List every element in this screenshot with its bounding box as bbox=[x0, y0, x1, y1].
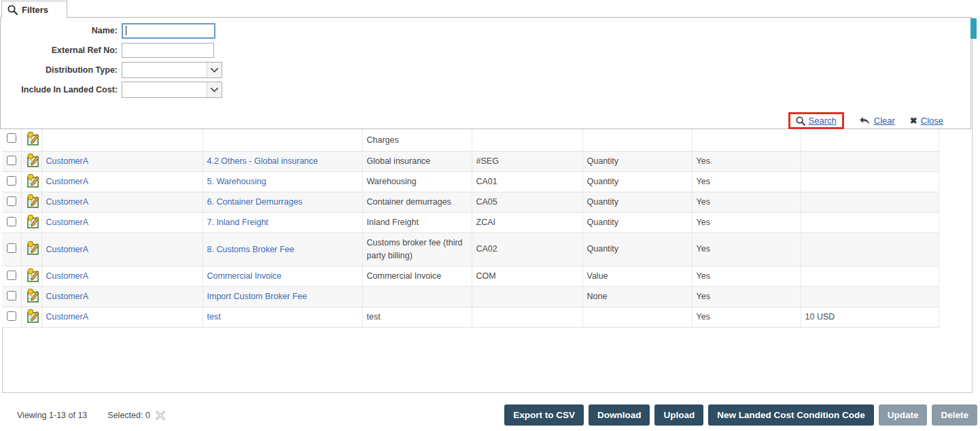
include-in-landed-cost-cell: Yes bbox=[697, 197, 710, 207]
customer-link[interactable]: CustomerA bbox=[46, 218, 89, 227]
include-in-landed-cost-cell: Yes bbox=[697, 156, 710, 166]
tab-filters-label: Filters bbox=[22, 5, 48, 15]
edit-record-icon bbox=[26, 268, 40, 283]
footer-bar: Viewing 1-13 of 13 Selected: 0 Export to… bbox=[0, 393, 980, 431]
row-checkbox[interactable] bbox=[7, 245, 16, 253]
include-in-landed-cost-select[interactable] bbox=[122, 82, 222, 98]
close-button[interactable]: ✖ Close bbox=[910, 116, 943, 126]
condition-code-link[interactable]: 6. Container Demurrages bbox=[207, 197, 302, 207]
customer-link[interactable]: CustomerA bbox=[46, 271, 89, 281]
customer-link[interactable]: CustomerA bbox=[46, 312, 89, 322]
customer-link[interactable]: CustomerA bbox=[46, 177, 89, 186]
upload-button[interactable]: Upload bbox=[654, 404, 703, 426]
search-icon bbox=[7, 5, 18, 15]
type-cell: None bbox=[587, 292, 608, 301]
include-in-landed-cost-cell: Yes bbox=[697, 177, 710, 186]
table-row: CustomerAtesttestYes10 USD bbox=[2, 307, 939, 327]
name-input[interactable] bbox=[122, 23, 215, 39]
row-checkbox[interactable] bbox=[7, 158, 16, 165]
condition-code-link[interactable]: 7. Inland Freight bbox=[207, 218, 268, 227]
vertical-scrollbar-thumb[interactable] bbox=[970, 18, 977, 39]
search-highlight-box: Search bbox=[788, 112, 844, 129]
type-cell: Quantity bbox=[587, 218, 619, 227]
export-to-csv-button[interactable]: Export to CSV bbox=[504, 404, 584, 426]
row-checkbox[interactable] bbox=[7, 135, 16, 143]
row-checkbox[interactable] bbox=[7, 178, 16, 186]
condition-code-link[interactable]: test bbox=[207, 312, 221, 322]
description-cell: Commercial Invoice bbox=[367, 271, 442, 281]
row-checkbox[interactable] bbox=[7, 273, 16, 280]
type-cell: Value bbox=[587, 271, 608, 281]
include-in-landed-cost-field-label: Include In Landed Cost: bbox=[1, 85, 122, 94]
distribution-type-field-label: Distribution Type: bbox=[1, 65, 122, 75]
text-cursor bbox=[126, 26, 126, 35]
condition-code-link[interactable]: 4.2 Others - Global insurance bbox=[207, 156, 318, 166]
search-icon bbox=[796, 116, 805, 126]
code-cell: CA02 bbox=[476, 244, 497, 254]
update-button: Update bbox=[879, 404, 928, 426]
description-cell: Container demurrages bbox=[367, 197, 451, 207]
condition-codes-table: ChargesCustomerA4.2 Others - Global insu… bbox=[2, 129, 939, 328]
clear-selection-icon[interactable] bbox=[156, 411, 165, 420]
condition-code-link[interactable]: Commercial Invoice bbox=[207, 271, 282, 281]
footer-buttons: Export to CSVDownloadUploadNew Landed Co… bbox=[504, 404, 977, 426]
delete-button: Delete bbox=[932, 404, 977, 426]
tab-filters[interactable]: Filters bbox=[1, 1, 67, 18]
description-cell: Charges bbox=[367, 135, 399, 145]
table-row: CustomerA5. WarehousingWarehousingCA01Qu… bbox=[2, 171, 939, 192]
clear-link-label[interactable]: Clear bbox=[874, 116, 895, 126]
external-ref-no-field-label: External Ref No: bbox=[1, 46, 122, 55]
table-row: Charges bbox=[2, 129, 939, 151]
description-cell: test bbox=[367, 312, 381, 322]
amount-cell: 10 USD bbox=[805, 312, 835, 322]
edit-record-icon bbox=[26, 153, 40, 168]
description-cell: Warehousing bbox=[367, 177, 417, 186]
type-cell: Quantity bbox=[587, 197, 619, 207]
condition-code-link[interactable]: Import Custom Broker Fee bbox=[207, 292, 307, 301]
edit-record-icon bbox=[26, 194, 40, 209]
edit-record-icon bbox=[26, 241, 40, 256]
customer-link[interactable]: CustomerA bbox=[46, 197, 89, 207]
new-landed-cost-condition-code-button[interactable]: New Landed Cost Condition Code bbox=[708, 404, 874, 426]
row-checkbox[interactable] bbox=[7, 313, 16, 321]
table-row: CustomerA8. Customs Broker FeeCustoms br… bbox=[2, 232, 939, 266]
download-button[interactable]: Download bbox=[589, 404, 650, 426]
search-link-label[interactable]: Search bbox=[809, 116, 837, 126]
include-in-landed-cost-cell: Yes bbox=[697, 292, 710, 301]
table-row: CustomerA4.2 Others - Global insuranceGl… bbox=[2, 151, 939, 171]
edit-record-icon bbox=[26, 288, 40, 303]
x-icon: ✖ bbox=[910, 116, 917, 126]
customer-link[interactable]: CustomerA bbox=[46, 156, 89, 166]
edit-record-icon bbox=[26, 214, 40, 229]
table-row: CustomerACommercial InvoiceCommercial In… bbox=[2, 266, 939, 286]
close-link-label[interactable]: Close bbox=[921, 116, 943, 126]
code-cell: CA05 bbox=[476, 197, 497, 207]
edit-record-icon bbox=[26, 131, 40, 146]
edit-record-icon bbox=[26, 309, 40, 324]
search-button[interactable]: Search bbox=[796, 116, 837, 126]
clear-button[interactable]: Clear bbox=[859, 116, 895, 126]
table-row: CustomerA7. Inland FreightInland Freight… bbox=[2, 212, 939, 232]
include-in-landed-cost-cell: Yes bbox=[697, 312, 710, 322]
code-cell: COM bbox=[476, 271, 496, 281]
condition-code-link[interactable]: 8. Customs Broker Fee bbox=[207, 245, 295, 254]
condition-code-link[interactable]: 5. Warehousing bbox=[207, 177, 266, 186]
table-row: CustomerA6. Container DemurragesContaine… bbox=[2, 192, 939, 212]
table-row: CustomerAImport Custom Broker FeeNoneYes bbox=[2, 286, 939, 307]
row-checkbox[interactable] bbox=[7, 199, 16, 206]
description-cell: Inland Freight bbox=[367, 218, 419, 227]
external-ref-no-input[interactable] bbox=[122, 43, 214, 58]
distribution-type-select[interactable] bbox=[122, 62, 222, 78]
include-in-landed-cost-cell: Yes bbox=[697, 271, 710, 281]
filters-panel: Name: External Ref No: Distribution Type… bbox=[0, 17, 971, 129]
row-checkbox[interactable] bbox=[7, 293, 16, 300]
chevron-down-icon bbox=[207, 63, 222, 77]
landed-cost-condition-codes-screen: ChargesCustomerA4.2 Others - Global insu… bbox=[0, 0, 980, 431]
selected-count-label: Selected: 0 bbox=[107, 411, 150, 420]
type-cell: Quantity bbox=[587, 177, 619, 186]
viewing-count-label: Viewing 1-13 of 13 bbox=[17, 411, 87, 420]
customer-link[interactable]: CustomerA bbox=[46, 245, 89, 254]
row-checkbox[interactable] bbox=[7, 219, 16, 226]
customer-link[interactable]: CustomerA bbox=[46, 292, 89, 301]
type-cell: Quantity bbox=[587, 156, 619, 166]
